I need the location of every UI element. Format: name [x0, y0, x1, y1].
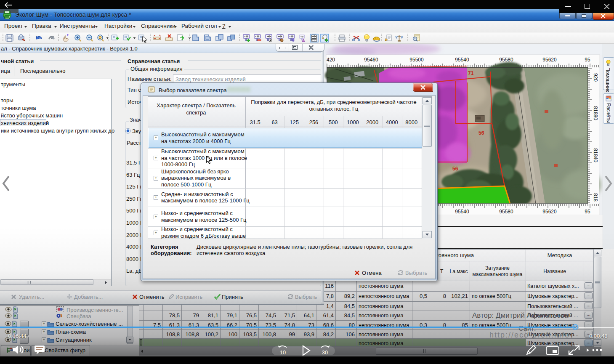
- svg-text:81880: 81880: [593, 106, 598, 120]
- svg-text:95620: 95620: [542, 57, 557, 63]
- svg-text:95: 95: [585, 57, 590, 63]
- svg-text:56: 56: [478, 130, 484, 136]
- svg-text:81840: 81840: [593, 148, 598, 162]
- svg-text:95540: 95540: [455, 57, 469, 63]
- svg-text:420: 420: [327, 57, 335, 63]
- svg-text:95540: 95540: [455, 209, 469, 215]
- svg-text:95580: 95580: [499, 209, 513, 215]
- svg-text:95620: 95620: [542, 209, 557, 215]
- svg-text:95460: 95460: [364, 57, 378, 63]
- svg-text:30: 30: [322, 349, 328, 356]
- svg-text:95580: 95580: [499, 57, 513, 63]
- svg-text:56: 56: [452, 166, 458, 172]
- svg-text:10: 10: [280, 349, 286, 356]
- svg-text:71: 71: [468, 70, 474, 76]
- svg-text:95500: 95500: [409, 57, 424, 63]
- svg-text:818: 818: [593, 193, 598, 202]
- svg-text:920: 920: [593, 73, 598, 82]
- svg-text:95: 95: [585, 209, 590, 215]
